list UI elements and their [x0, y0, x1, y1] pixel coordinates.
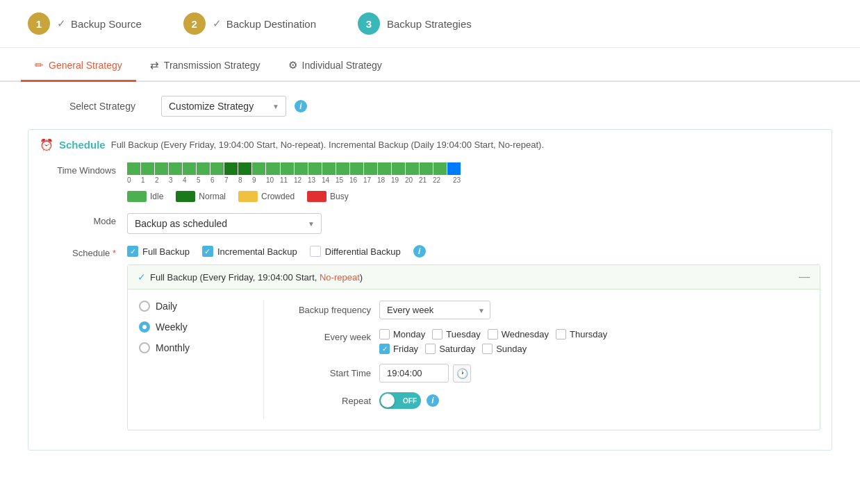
- collapse-icon[interactable]: —: [799, 271, 810, 283]
- schedule-checkboxes-content: Full Backup Incremental Backup Different…: [127, 245, 820, 430]
- incremental-backup-label: Incremental Backup: [217, 246, 297, 257]
- step-1-circle: 1: [28, 12, 50, 35]
- required-star: *: [113, 248, 116, 258]
- strategy-select[interactable]: Customize Strategy Default Strategy: [161, 96, 286, 117]
- radio-daily[interactable]: Daily: [139, 301, 249, 312]
- backup-frequency-row: Backup frequency Every week Every day Ev…: [281, 301, 809, 319]
- day-thursday-cb[interactable]: [556, 329, 566, 339]
- differential-backup-checkbox[interactable]: Differential Backup: [310, 246, 401, 257]
- day-wednesday[interactable]: Wednesday: [488, 329, 549, 339]
- clock-icon: ⏰: [40, 138, 53, 151]
- repeat-toggle[interactable]: OFF: [379, 392, 421, 409]
- step-2-check-icon: ✓: [213, 17, 222, 30]
- day-monday-cb[interactable]: [379, 329, 390, 339]
- day-wednesday-cb[interactable]: [488, 329, 498, 339]
- time-numbers: 01234567891011121314151617181920212223: [127, 176, 461, 184]
- schedule-box: ⏰ Schedule Full Backup (Every Friday, 19…: [28, 129, 832, 451]
- frequency-left: Daily Weekly Monthly: [139, 301, 264, 419]
- mode-select-wrapper: Backup as scheduled Manual Backup: [127, 213, 322, 234]
- every-week-label: Every week: [281, 329, 371, 342]
- toggle-knob: [381, 394, 395, 408]
- normal-label: Normal: [199, 192, 226, 201]
- strategy-select-wrapper: Customize Strategy Default Strategy: [161, 96, 286, 117]
- steps-header: 1 ✓ Backup Source 2 ✓ Backup Destination…: [0, 0, 860, 48]
- radio-daily-label: Daily: [156, 301, 177, 312]
- day-monday-label: Monday: [393, 329, 425, 339]
- day-tuesday-cb[interactable]: [432, 329, 443, 339]
- radio-monthly[interactable]: Monthly: [139, 342, 249, 353]
- pencil-icon: ✏: [35, 59, 44, 72]
- strategy-info-icon[interactable]: i: [295, 100, 307, 112]
- day-friday[interactable]: Friday: [379, 344, 418, 354]
- step-2-label: ✓ Backup Destination: [213, 17, 316, 30]
- schedule-info-icon[interactable]: i: [413, 245, 426, 258]
- toggle-wrapper: OFF i: [379, 392, 439, 409]
- full-backup-checkbox[interactable]: Full Backup: [127, 246, 190, 257]
- day-tuesday[interactable]: Tuesday: [432, 329, 480, 339]
- time-windows-content: 01234567891011121314151617181920212223 I…: [127, 162, 820, 202]
- radio-monthly-circle[interactable]: [139, 342, 150, 353]
- step-2: 2 ✓ Backup Destination: [183, 12, 316, 35]
- bp-title-text: Full Backup (Every Friday, 19:04:00 Star…: [150, 272, 363, 283]
- step-3-label: Backup Strategies: [387, 18, 472, 30]
- schedule-field-label: Schedule *: [40, 245, 116, 258]
- select-strategy-label: Select Strategy: [69, 101, 153, 112]
- crowded-color: [238, 191, 258, 202]
- incremental-backup-checkbox[interactable]: Incremental Backup: [202, 246, 297, 257]
- repeat-info-icon[interactable]: i: [427, 394, 439, 407]
- schedule-desc: Full Backup (Every Friday, 19:04:00 Star…: [111, 140, 544, 150]
- step-1-label: ✓ Backup Source: [57, 17, 142, 30]
- mode-content: Backup as scheduled Manual Backup: [127, 213, 820, 234]
- tab-transmission-strategy[interactable]: ⇄ Transmission Strategy: [136, 51, 274, 82]
- legend: Idle Normal Crowded Busy: [127, 191, 820, 202]
- backup-panel-header: ✓ Full Backup (Every Friday, 19:04:00 St…: [128, 265, 820, 289]
- radio-daily-circle[interactable]: [139, 301, 150, 312]
- full-backup-cb-box[interactable]: [127, 246, 138, 257]
- repeat-row: Repeat OFF i: [281, 392, 809, 409]
- schedule-checkboxes: Full Backup Incremental Backup Different…: [127, 245, 820, 258]
- step-2-circle: 2: [183, 12, 206, 35]
- day-saturday-cb[interactable]: [425, 344, 436, 354]
- frequency-select[interactable]: Every week Every day Every month: [379, 301, 490, 319]
- frequency-select-wrapper: Every week Every day Every month: [379, 301, 490, 319]
- clock-button[interactable]: 🕐: [453, 364, 471, 383]
- day-thursday[interactable]: Thursday: [556, 329, 607, 339]
- crowded-label: Crowded: [261, 192, 295, 201]
- time-windows-label: Time Windows: [40, 162, 116, 176]
- main-content: Select Strategy Customize Strategy Defau…: [0, 82, 860, 464]
- schedule-checkboxes-row: Schedule * Full Backup Incremental Backu…: [40, 245, 820, 430]
- tab-general-strategy[interactable]: ✏ General Strategy: [21, 51, 136, 82]
- backup-frequency-label: Backup frequency: [281, 305, 371, 315]
- start-time-input[interactable]: [379, 364, 449, 383]
- day-wednesday-label: Wednesday: [502, 329, 549, 339]
- day-sunday-cb[interactable]: [482, 344, 493, 354]
- day-saturday[interactable]: Saturday: [425, 344, 475, 354]
- mode-select[interactable]: Backup as scheduled Manual Backup: [127, 213, 322, 234]
- day-sunday[interactable]: Sunday: [482, 344, 527, 354]
- schedule-title: Schedule: [59, 139, 106, 151]
- legend-normal: Normal: [176, 191, 226, 202]
- gear-icon: ⚙: [288, 59, 297, 72]
- days-row-2: Friday Saturday Sunday: [379, 344, 607, 354]
- idle-label: Idle: [150, 192, 163, 201]
- incremental-backup-cb-box[interactable]: [202, 246, 213, 257]
- every-week-row: Every week Monday: [281, 329, 809, 354]
- bp-title: ✓ Full Backup (Every Friday, 19:04:00 St…: [138, 271, 363, 283]
- day-monday[interactable]: Monday: [379, 329, 425, 339]
- day-friday-cb[interactable]: [379, 344, 390, 354]
- bp-check-icon: ✓: [138, 271, 146, 283]
- step-3-circle: 3: [358, 12, 380, 35]
- start-time-label: Start Time: [281, 368, 371, 378]
- mode-row: Mode Backup as scheduled Manual Backup: [40, 213, 820, 234]
- radio-weekly[interactable]: Weekly: [139, 321, 249, 333]
- time-windows-row: Time Windows 012345678910111213141516171…: [40, 162, 820, 202]
- differential-backup-cb-box[interactable]: [310, 246, 321, 257]
- full-backup-label: Full Backup: [142, 246, 190, 257]
- day-saturday-label: Saturday: [439, 344, 475, 354]
- step-3: 3 Backup Strategies: [358, 12, 472, 35]
- legend-idle: Idle: [127, 191, 163, 202]
- tab-individual-strategy[interactable]: ⚙ Individual Strategy: [274, 51, 396, 82]
- normal-color: [176, 191, 195, 202]
- differential-backup-label: Differential Backup: [325, 246, 401, 257]
- radio-weekly-circle[interactable]: [139, 321, 150, 333]
